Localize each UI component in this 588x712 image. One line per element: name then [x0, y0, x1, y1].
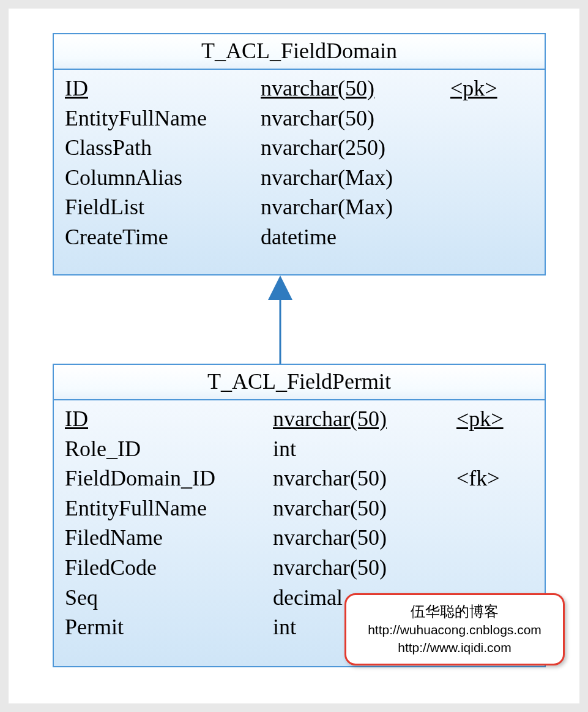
watermark-box: 伍华聪的博客 http://wuhuacong.cnblogs.com http… [344, 593, 565, 665]
column-type: nvarchar(50) [273, 523, 456, 553]
column-name: ColumnAlias [65, 163, 261, 193]
column-key [450, 133, 536, 163]
column-type: nvarchar(50) [273, 553, 456, 583]
watermark-url-2: http://www.iqidi.com [354, 639, 556, 656]
column-type: nvarchar(250) [261, 133, 450, 163]
column-type: nvarchar(50) [273, 404, 456, 434]
column-name: FieldList [65, 192, 261, 222]
column-name: Role_ID [65, 434, 273, 464]
column-key [450, 192, 536, 222]
svg-marker-1 [268, 275, 292, 300]
relationship-arrow [9, 275, 588, 366]
column-name: EntityFullName [65, 103, 261, 133]
column-type: nvarchar(Max) [261, 192, 450, 222]
column-key [456, 553, 536, 583]
watermark-title: 伍华聪的博客 [354, 601, 556, 622]
column-key: <fk> [456, 463, 536, 493]
column-row: EntityFullNamenvarchar(50) [65, 103, 536, 133]
column-key [450, 103, 536, 133]
column-type: nvarchar(50) [261, 103, 450, 133]
column-key: <pk> [450, 73, 536, 103]
column-type: datetime [261, 222, 450, 252]
column-name: CreateTime [65, 222, 261, 252]
column-name: FieldDomain_ID [65, 463, 273, 493]
entity-title: T_ACL_FieldDomain [201, 39, 397, 63]
column-row: FiledCodenvarchar(50) [65, 553, 536, 583]
entity-body: IDnvarchar(50)<pk>EntityFullNamenvarchar… [54, 70, 545, 266]
column-key [456, 434, 536, 464]
column-type: nvarchar(Max) [261, 163, 450, 193]
column-name: Permit [65, 612, 273, 642]
column-key: <pk> [456, 404, 536, 434]
column-row: IDnvarchar(50)<pk> [65, 73, 536, 103]
column-row: CreateTimedatetime [65, 222, 536, 252]
column-name: ID [65, 404, 273, 434]
column-name: FiledName [65, 523, 273, 553]
column-type: nvarchar(50) [261, 73, 450, 103]
entity-header: T_ACL_FieldPermit [54, 365, 545, 400]
column-row: ColumnAliasnvarchar(Max) [65, 163, 536, 193]
column-type: nvarchar(50) [273, 463, 456, 493]
entity-title: T_ACL_FieldPermit [207, 369, 391, 394]
column-row: Role_IDint [65, 434, 536, 464]
column-row: FiledNamenvarchar(50) [65, 523, 536, 553]
column-row: FieldListnvarchar(Max) [65, 192, 536, 222]
column-row: FieldDomain_IDnvarchar(50)<fk> [65, 463, 536, 493]
column-name: ClassPath [65, 133, 261, 163]
entity-header: T_ACL_FieldDomain [54, 34, 545, 70]
column-type: nvarchar(50) [273, 493, 456, 523]
column-key [456, 523, 536, 553]
watermark-url-1: http://wuhuacong.cnblogs.com [354, 621, 556, 639]
column-key [450, 222, 536, 252]
column-key [456, 493, 536, 523]
column-name: ID [65, 73, 261, 103]
column-row: IDnvarchar(50)<pk> [65, 404, 536, 434]
column-name: FiledCode [65, 553, 273, 583]
column-row: ClassPathnvarchar(250) [65, 133, 536, 163]
column-key [450, 163, 536, 193]
column-name: Seq [65, 583, 273, 613]
column-row: EntityFullNamenvarchar(50) [65, 493, 536, 523]
entity-field-domain: T_ACL_FieldDomain IDnvarchar(50)<pk>Enti… [53, 33, 546, 275]
column-type: int [273, 434, 456, 464]
diagram-canvas: T_ACL_FieldDomain IDnvarchar(50)<pk>Enti… [0, 0, 588, 712]
column-name: EntityFullName [65, 493, 273, 523]
